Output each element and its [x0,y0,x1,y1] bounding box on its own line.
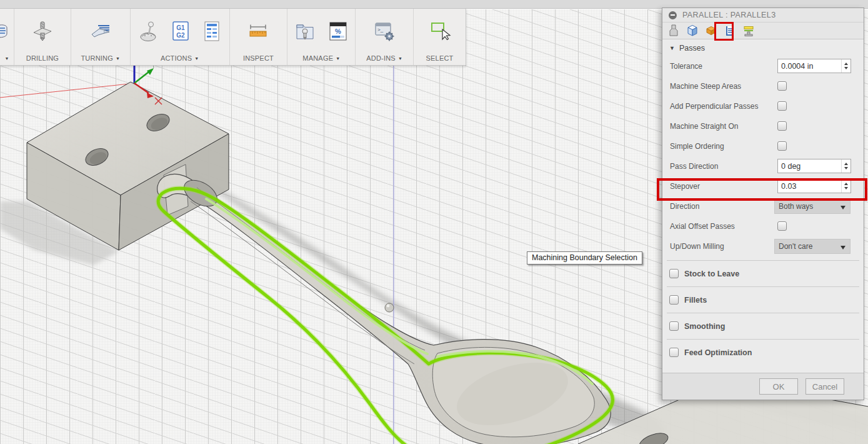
setup-sheet-icon [201,19,222,43]
row-direction: Direction Both ways [662,196,864,216]
tab-passes[interactable] [722,23,737,38]
tab-linking[interactable] [741,23,756,38]
feed-optimization-checkbox[interactable] [669,348,679,357]
add-perpendicular-passes-checkbox[interactable] [777,101,787,111]
passes-section-header[interactable]: ▼ Passes [662,39,864,56]
passes-tab-icon [723,24,737,38]
toolbar-group-turning[interactable]: TURNING▼ [71,9,131,65]
row-up-down-milling: Up/Down Milling Don't care [662,236,864,256]
field-label: Direction [670,202,699,211]
spinner-up-icon[interactable] [844,63,848,65]
spinner-control[interactable] [841,159,851,173]
row-add-perpendicular-passes: Add Perpendicular Passes [662,96,864,116]
toolbar-group-inspect[interactable]: INSPECT [230,9,288,65]
row-tolerance: Tolerance [662,56,864,76]
toolbar-group-label: INSPECT [243,54,274,62]
cancel-button[interactable]: Cancel [806,378,844,395]
axial-offset-passes-checkbox[interactable] [777,221,787,231]
stock-to-leave-checkbox[interactable] [669,269,679,278]
field-label: Add Perpendicular Passes [670,102,758,111]
dialog-header[interactable]: PARALLEL : PARALLEL3 [662,8,864,23]
field-label: Axial Offset Passes [670,222,735,231]
smoothing-checkbox[interactable] [669,321,679,331]
machine-steep-areas-checkbox[interactable] [777,81,787,91]
ok-button[interactable]: OK [759,378,798,395]
spinner-up-icon[interactable] [844,183,848,185]
field-label: Machine Steep Areas [670,82,741,91]
chevron-down-icon: ▼ [194,56,199,61]
chevron-down-icon: ▼ [116,56,120,61]
heights-tab-icon [704,24,718,38]
post-process-g1g2-icon: G1 G2 [170,19,191,43]
spinner-control[interactable] [841,59,851,73]
toolbar-group-manage[interactable]: % MANAGE▼ [287,9,356,65]
tolerance-input[interactable] [778,59,841,73]
machine-straight-on-checkbox[interactable] [777,121,787,131]
field-label: Pass Direction [670,162,718,171]
up-down-milling-select[interactable]: Don't care [774,239,851,254]
spinner-down-icon[interactable] [844,167,848,169]
main-toolbar: ▼ DRILLING [0,9,466,66]
svg-text:G1: G1 [176,24,185,31]
select-cursor-icon [427,19,452,43]
scripts-addins-icon: >_ [372,19,397,43]
group-label: Feed Optimization [684,348,752,357]
origin-point-sphere [385,303,394,312]
stepover-input[interactable] [778,179,841,193]
collapse-icon[interactable] [669,11,677,19]
parallel-operation-dialog: PARALLEL : PARALLEL3 [662,8,864,400]
field-label: Machine Straight On [670,122,738,131]
toolbar-group-addins[interactable]: >_ ADD-INS▼ [356,9,414,65]
tab-heights[interactable] [703,23,719,38]
tool-library-icon [293,19,317,43]
spinner-down-icon[interactable] [844,187,848,189]
section-title: Passes [679,44,705,53]
svg-text:>_: >_ [377,27,384,33]
fillets-checkbox[interactable] [669,295,679,305]
toolbar-group-select[interactable]: SELECT [414,9,466,65]
collapse-triangle-icon: ▼ [669,45,675,51]
svg-text:G2: G2 [176,32,185,39]
spinner-control[interactable] [841,179,851,193]
field-label: Up/Down Milling [670,242,724,251]
chevron-down-icon: ▼ [4,56,9,61]
group-smoothing: Smoothing [667,313,859,339]
tool-tab-icon [667,24,681,38]
direction-select[interactable]: Both ways [774,199,851,214]
tooltip-text: Machining Boundary Selection [532,253,637,262]
row-stepover: Stepover [662,176,864,196]
chevron-down-icon: ▼ [398,56,402,61]
pocket-partial-icon [0,21,9,42]
simple-ordering-checkbox[interactable] [777,141,787,151]
chevron-down-icon: ▼ [336,56,340,61]
toolbar-group-label: ACTIONS [161,54,192,62]
dialog-title: PARALLEL : PARALLEL3 [682,11,776,19]
linking-tab-icon [742,24,756,38]
group-label: Smoothing [684,322,725,331]
row-simple-ordering: Simple Ordering [662,136,864,156]
row-axial-offset-passes: Axial Offset Passes [662,216,864,236]
group-label: Stock to Leave [684,270,739,278]
fusion-cam-workspace: Y ▼ [0,0,868,444]
measure-ruler-icon [246,19,270,43]
tab-tool[interactable] [666,23,681,38]
row-pass-direction: Pass Direction [662,156,864,176]
simulate-joystick-icon [137,19,160,43]
group-fillets: Fillets [667,286,859,313]
toolbar-group-partial[interactable]: ▼ [0,9,14,65]
spinner-down-icon[interactable] [844,67,848,69]
toolbar-group-label: TURNING [81,54,113,62]
tab-geometry[interactable] [684,23,700,38]
field-label: Stepover [670,182,700,191]
group-stock-to-leave: Stock to Leave [667,260,859,286]
field-label: Tolerance [670,62,702,71]
drilling-icon [31,19,54,43]
toolbar-group-actions[interactable]: G1 G2 ACTIONS▼ [131,9,230,65]
toolbar-group-label: DRILLING [26,54,59,62]
toolbar-group-drilling[interactable]: DRILLING [14,9,71,65]
turning-icon [89,19,112,43]
row-machine-steep-areas: Machine Steep Areas [662,76,864,96]
spinner-up-icon[interactable] [844,163,848,165]
pass-direction-input[interactable] [778,159,841,173]
row-machine-straight-on: Machine Straight On [662,116,864,136]
